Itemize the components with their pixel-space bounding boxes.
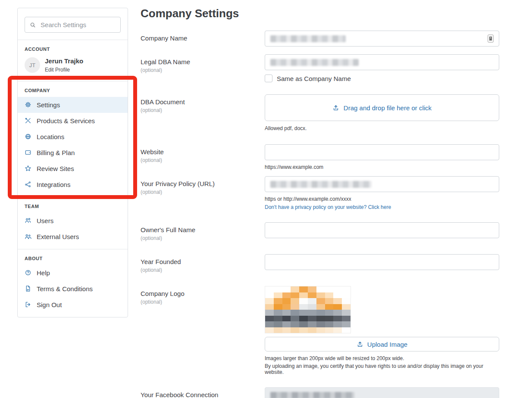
owner-name-input[interactable]: [265, 222, 499, 238]
company-nav-list: Settings Products & Services Locations B…: [18, 97, 128, 197]
sidebar-item-label: External Users: [37, 233, 79, 240]
field-row-privacy-policy: Your Privacy Policy (URL) (optional) htt…: [141, 176, 499, 210]
logo-rights-note: By uploading an image, you certify that …: [265, 363, 499, 375]
search-icon: [30, 22, 36, 28]
privacy-policy-link[interactable]: Don't have a privacy policy on your webs…: [265, 204, 391, 210]
sidebar-item-terms-conditions[interactable]: Terms & Conditions: [18, 281, 128, 297]
field-row-facebook: Your Facebook Connection Already logged …: [141, 387, 499, 398]
year-founded-optional: (optional): [141, 267, 265, 273]
account-name: Jerun Trajko: [45, 57, 83, 65]
sidebar-item-help[interactable]: Help: [18, 265, 128, 281]
search-settings-box[interactable]: [25, 17, 121, 33]
legal-dba-input[interactable]: [265, 54, 499, 70]
same-as-company-name-checkbox[interactable]: [265, 75, 272, 82]
integrations-icon: [25, 181, 31, 188]
company-settings-main: Company Settings Company Name Legal DBA …: [141, 7, 499, 398]
dba-document-dropzone[interactable]: Drag and drop file here or click: [265, 94, 499, 121]
tools-icon: [25, 117, 31, 124]
year-founded-input[interactable]: [265, 254, 499, 270]
account-profile[interactable]: JT Jerun Trajko Edit Profile: [18, 56, 128, 81]
settings-sidebar: ACCOUNT JT Jerun Trajko Edit Profile COM…: [17, 8, 128, 317]
sidebar-item-label: Help: [37, 269, 50, 277]
sidebar-item-review-sites[interactable]: Review Sites: [18, 161, 128, 177]
sidebar-item-label: Review Sites: [37, 165, 74, 172]
sidebar-item-integrations[interactable]: Integrations: [18, 177, 128, 193]
users-group-icon: [25, 217, 31, 224]
owner-name-optional: (optional): [141, 235, 265, 241]
sidebar-item-label: Terms & Conditions: [37, 285, 93, 292]
sidebar-item-billing-plan[interactable]: Billing & Plan: [18, 145, 128, 161]
privacy-policy-label: Your Privacy Policy (URL): [141, 180, 265, 187]
sidebar-item-label: Products & Services: [37, 117, 95, 124]
upload-image-button[interactable]: Upload Image: [265, 337, 499, 351]
field-row-company-logo: Company Logo (optional) Upload Image Ima…: [141, 286, 499, 375]
website-input[interactable]: [265, 144, 499, 160]
sidebar-item-label: Users: [37, 217, 53, 224]
about-nav-list: Help Terms & Conditions Sign Out: [18, 265, 128, 317]
sidebar-item-external-users[interactable]: External Users: [18, 229, 128, 245]
facebook-connection-input: [265, 387, 499, 398]
sign-out-icon: [25, 301, 31, 308]
field-row-dba-document: DBA Document (optional) Drag and drop fi…: [141, 94, 499, 131]
privacy-policy-input[interactable]: [265, 176, 499, 192]
website-hint: https://www.example.com: [265, 164, 499, 170]
legal-dba-optional: (optional): [141, 67, 265, 73]
sidebar-item-sign-out[interactable]: Sign Out: [18, 297, 128, 313]
upload-icon: [357, 341, 363, 348]
owner-name-label: Owner's Full Name: [141, 226, 265, 233]
page-title: Company Settings: [141, 7, 499, 20]
account-section-label: ACCOUNT: [18, 40, 128, 56]
company-logo-optional: (optional): [141, 299, 265, 305]
sidebar-item-label: Billing & Plan: [37, 149, 75, 156]
legal-dba-label: Legal DBA Name: [141, 58, 265, 65]
website-optional: (optional): [141, 157, 265, 163]
allowed-files-note: Allowed pdf, docx.: [265, 125, 499, 131]
year-founded-label: Year Founded: [141, 258, 265, 265]
sidebar-item-label: Sign Out: [37, 301, 62, 308]
team-section-label: TEAM: [18, 197, 128, 213]
same-as-company-name-label: Same as Company Name: [277, 75, 351, 82]
avatar: JT: [25, 57, 40, 73]
help-icon: [25, 269, 31, 276]
upload-image-label: Upload Image: [367, 341, 407, 348]
privacy-policy-hint: https or http://www.example.com/xxxx: [265, 196, 499, 202]
globe-icon: [25, 133, 31, 140]
sidebar-item-users[interactable]: Users: [18, 213, 128, 229]
dropzone-text: Drag and drop file here or click: [344, 104, 432, 112]
wallet-icon: [25, 149, 31, 156]
redacted-legal-dba-value: [270, 59, 359, 66]
sidebar-item-settings[interactable]: Settings: [18, 97, 128, 113]
sidebar-item-label: Integrations: [37, 181, 70, 188]
field-row-legal-dba: Legal DBA Name (optional) Same as Compan…: [141, 54, 499, 82]
about-section-label: ABOUT: [18, 249, 128, 265]
company-name-label: Company Name: [141, 34, 265, 42]
sidebar-item-label: Locations: [37, 133, 64, 140]
privacy-policy-optional: (optional): [141, 189, 265, 195]
redacted-company-name-value: [270, 35, 346, 42]
redacted-facebook-value: [270, 392, 354, 398]
search-settings-input[interactable]: [40, 21, 116, 29]
gear-icon: [25, 101, 31, 108]
field-row-owner-name: Owner's Full Name (optional): [141, 222, 499, 241]
field-row-company-name: Company Name: [141, 31, 499, 47]
dba-document-optional: (optional): [141, 107, 265, 113]
autofill-icon[interactable]: [488, 34, 494, 43]
external-users-icon: [25, 233, 31, 240]
website-label: Website: [141, 148, 265, 155]
company-section-label: COMPANY: [18, 81, 128, 97]
upload-icon: [332, 104, 339, 111]
field-row-year-founded: Year Founded (optional): [141, 254, 499, 273]
team-nav-list: Users External Users: [18, 213, 128, 249]
star-icon: [25, 165, 31, 172]
logo-resize-note: Images larger than 200px wide will be re…: [265, 355, 499, 361]
redacted-privacy-policy-value: [270, 181, 372, 188]
sidebar-item-locations[interactable]: Locations: [18, 129, 128, 145]
company-logo-image: [265, 286, 351, 333]
field-row-website: Website (optional) https://www.example.c…: [141, 144, 499, 170]
terms-icon: [25, 285, 31, 292]
search-area: [18, 8, 128, 40]
edit-profile-link[interactable]: Edit Profile: [45, 67, 70, 73]
company-name-input[interactable]: [265, 31, 499, 47]
company-logo-label: Company Logo: [141, 290, 265, 297]
sidebar-item-products-services[interactable]: Products & Services: [18, 113, 128, 129]
